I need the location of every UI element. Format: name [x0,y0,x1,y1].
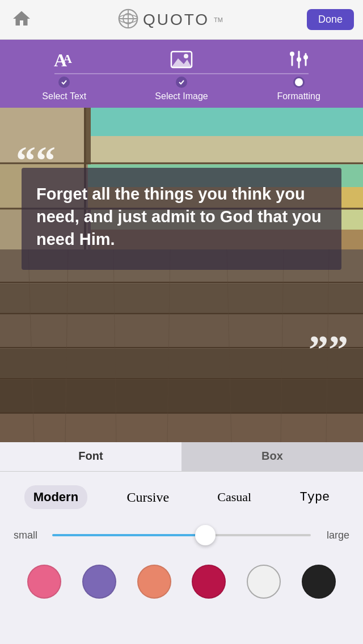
step-select-text[interactable]: A A Select Text [6,46,123,101]
svg-rect-39 [0,414,363,442]
color-swatch-black[interactable] [302,565,336,599]
svg-rect-38 [0,380,363,414]
tab-font[interactable]: Font [0,442,182,471]
step-checkmark-image [176,77,187,88]
font-option-casual[interactable]: Casual [208,485,260,509]
svg-rect-35 [0,283,363,315]
done-button[interactable]: Done [307,9,354,30]
quote-box[interactable]: Forget all the things you think you need… [22,168,341,270]
image-icon [168,46,195,73]
close-quote: ”” [309,330,348,370]
size-slider[interactable] [52,534,311,536]
logo-area: QUOTO TM [118,9,223,31]
logo-icon [118,9,138,31]
svg-rect-14 [297,57,301,62]
color-swatch-crimson[interactable] [192,565,226,599]
home-button[interactable] [9,7,34,32]
step-image-label: Select Image [155,91,208,101]
color-swatch-purple[interactable] [82,565,116,599]
step-formatting[interactable]: Formatting [240,46,357,101]
step-text-label: Select Text [42,91,86,101]
tab-box[interactable]: Box [182,442,363,471]
svg-rect-20 [91,108,363,136]
font-options: Modern Cursive Casual Type [0,472,363,517]
font-option-modern[interactable]: Modern [24,485,87,509]
step-checkmark-text [58,77,70,88]
step-bar: A A Select Text Select Image [0,40,363,108]
color-swatch-peach[interactable] [137,565,171,599]
sliders-icon [285,46,313,73]
svg-rect-15 [303,55,308,60]
tabs: Font Box [0,442,363,472]
text-icon: A A [50,46,78,73]
svg-point-9 [184,54,188,58]
slider-small-label: small [14,529,43,541]
slider-large-label: large [320,529,349,541]
color-swatch-pink[interactable] [27,565,61,599]
step-formatting-label: Formatting [277,91,320,101]
top-nav: QUOTO TM Done [0,0,363,40]
step-active-formatting [293,77,305,88]
step-select-image[interactable]: Select Image [123,46,240,101]
logo-tm: TM [214,16,223,23]
svg-marker-8 [171,58,192,67]
svg-rect-13 [290,52,294,56]
home-icon [11,9,32,31]
image-area: ““ Forget all the things you think you n… [0,108,363,442]
font-option-cursive[interactable]: Cursive [117,485,178,510]
font-option-type[interactable]: Type [291,486,339,509]
color-swatch-white[interactable] [247,565,281,599]
svg-rect-21 [91,136,363,164]
bottom-panel: Font Box Modern Cursive Casual Type smal… [0,442,363,644]
slider-row: small large [0,517,363,553]
color-row [0,553,363,610]
quote-text: Forget all the things you think you need… [36,183,327,251]
logo-text: QUOTO [143,11,209,29]
svg-text:A: A [63,52,72,66]
